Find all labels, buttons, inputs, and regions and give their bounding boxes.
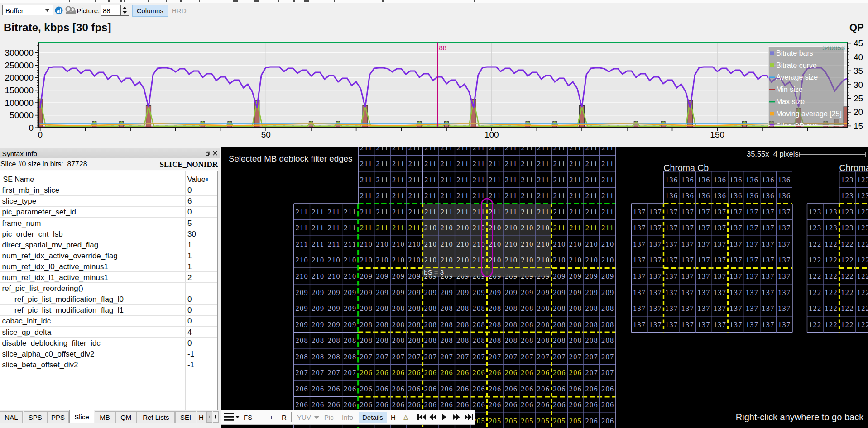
- svg-text:122: 122: [809, 288, 821, 297]
- svg-text:211: 211: [537, 208, 550, 216]
- svg-text:122: 122: [825, 272, 838, 281]
- svg-text:209: 209: [312, 304, 324, 313]
- svg-text:136: 136: [697, 176, 710, 184]
- svg-text:137: 137: [665, 224, 678, 232]
- svg-text:210: 210: [392, 256, 405, 264]
- svg-text:211: 211: [312, 224, 324, 232]
- svg-text:211: 211: [344, 208, 356, 216]
- svg-text:137: 137: [729, 224, 742, 232]
- svg-text:211: 211: [456, 176, 469, 184]
- svg-text:207: 207: [360, 352, 373, 361]
- svg-text:137: 137: [681, 304, 694, 313]
- svg-text:207: 207: [328, 368, 340, 377]
- svg-text:208: 208: [392, 336, 405, 345]
- svg-text:137: 137: [649, 224, 662, 232]
- svg-text:211: 211: [601, 176, 614, 184]
- svg-text:137: 137: [697, 320, 710, 329]
- svg-text:208: 208: [569, 320, 582, 329]
- svg-text:206: 206: [489, 385, 501, 393]
- svg-text:208: 208: [344, 352, 356, 361]
- svg-text:136: 136: [762, 176, 774, 184]
- svg-text:206: 206: [376, 400, 388, 409]
- svg-text:208: 208: [424, 304, 437, 313]
- svg-text:206: 206: [553, 385, 566, 393]
- svg-text:122: 122: [841, 240, 854, 248]
- svg-text:209: 209: [328, 320, 340, 329]
- svg-text:122: 122: [825, 288, 838, 297]
- svg-text:136: 136: [729, 176, 742, 184]
- svg-text:137: 137: [778, 224, 791, 232]
- svg-text:122: 122: [825, 240, 838, 248]
- svg-text:211: 211: [408, 208, 421, 216]
- svg-text:205: 205: [569, 417, 582, 425]
- svg-text:210: 210: [295, 272, 308, 281]
- svg-text:150000: 150000: [5, 86, 34, 95]
- svg-text:211: 211: [408, 191, 421, 200]
- svg-text:137: 137: [681, 208, 694, 216]
- svg-text:122: 122: [857, 304, 868, 313]
- svg-text:210: 210: [344, 256, 356, 264]
- svg-text:210: 210: [537, 224, 550, 232]
- svg-text:137: 137: [649, 240, 662, 248]
- svg-text:137: 137: [665, 304, 678, 313]
- svg-text:210: 210: [424, 240, 437, 248]
- svg-text:209: 209: [456, 288, 469, 297]
- svg-text:211: 211: [585, 176, 598, 184]
- svg-text:137: 137: [665, 256, 678, 264]
- svg-text:208: 208: [392, 320, 405, 329]
- svg-text:122: 122: [809, 272, 821, 281]
- svg-text:206: 206: [408, 400, 421, 409]
- svg-text:207: 207: [585, 368, 598, 377]
- svg-text:208: 208: [376, 304, 388, 313]
- svg-text:137: 137: [633, 208, 646, 216]
- svg-text:210: 210: [408, 256, 421, 264]
- svg-text:208: 208: [601, 304, 614, 313]
- svg-text:210: 210: [456, 240, 469, 248]
- svg-text:211: 211: [585, 147, 598, 152]
- svg-text:206: 206: [489, 400, 501, 409]
- svg-text:137: 137: [778, 288, 791, 297]
- svg-text:208: 208: [295, 352, 308, 361]
- svg-text:208: 208: [344, 336, 356, 345]
- svg-text:208: 208: [553, 336, 566, 345]
- svg-text:211: 211: [489, 159, 501, 168]
- svg-text:207: 207: [440, 352, 453, 361]
- svg-text:122: 122: [841, 320, 854, 329]
- svg-text:208: 208: [456, 320, 469, 329]
- svg-text:137: 137: [665, 320, 678, 329]
- svg-text:211: 211: [553, 176, 566, 184]
- svg-text:136: 136: [778, 176, 791, 184]
- svg-text:208: 208: [585, 336, 598, 345]
- svg-text:30: 30: [854, 80, 863, 90]
- svg-text:211: 211: [489, 208, 501, 216]
- svg-text:208: 208: [312, 336, 324, 345]
- svg-text:207: 207: [505, 352, 518, 361]
- svg-text:211: 211: [553, 191, 566, 200]
- svg-text:206: 206: [360, 385, 373, 393]
- svg-text:209: 209: [328, 288, 340, 297]
- svg-text:210: 210: [328, 256, 340, 264]
- svg-text:208: 208: [601, 336, 614, 345]
- svg-text:210: 210: [295, 256, 308, 264]
- svg-text:136: 136: [665, 191, 678, 200]
- svg-text:210: 210: [585, 256, 598, 264]
- svg-text:137: 137: [681, 320, 694, 329]
- svg-text:211: 211: [296, 240, 308, 248]
- svg-text:211: 211: [312, 240, 324, 248]
- svg-text:206: 206: [601, 385, 614, 393]
- svg-text:136: 136: [746, 176, 758, 184]
- svg-text:209: 209: [537, 288, 550, 297]
- svg-text:211: 211: [456, 159, 469, 168]
- svg-text:209: 209: [569, 288, 582, 297]
- svg-text:208: 208: [505, 304, 518, 313]
- svg-text:210: 210: [424, 256, 437, 264]
- svg-text:137: 137: [633, 320, 646, 329]
- svg-text:137: 137: [746, 224, 758, 232]
- svg-text:211: 211: [553, 147, 566, 152]
- svg-text:205: 205: [537, 417, 550, 425]
- svg-text:136: 136: [778, 191, 791, 200]
- svg-text:207: 207: [601, 352, 614, 361]
- svg-text:210: 210: [456, 224, 469, 232]
- svg-text:137: 137: [681, 256, 694, 264]
- svg-text:209: 209: [295, 320, 308, 329]
